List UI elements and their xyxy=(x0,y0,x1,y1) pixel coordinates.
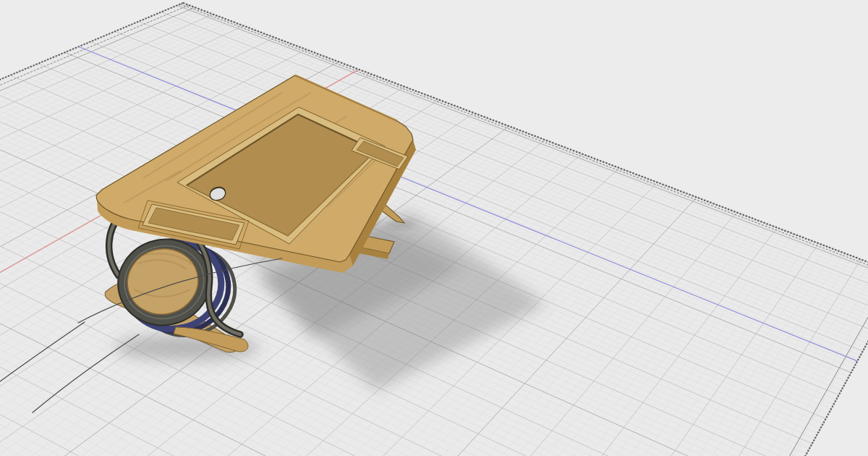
viewport-3d[interactable] xyxy=(0,0,868,456)
scene-svg[interactable] xyxy=(0,0,868,456)
